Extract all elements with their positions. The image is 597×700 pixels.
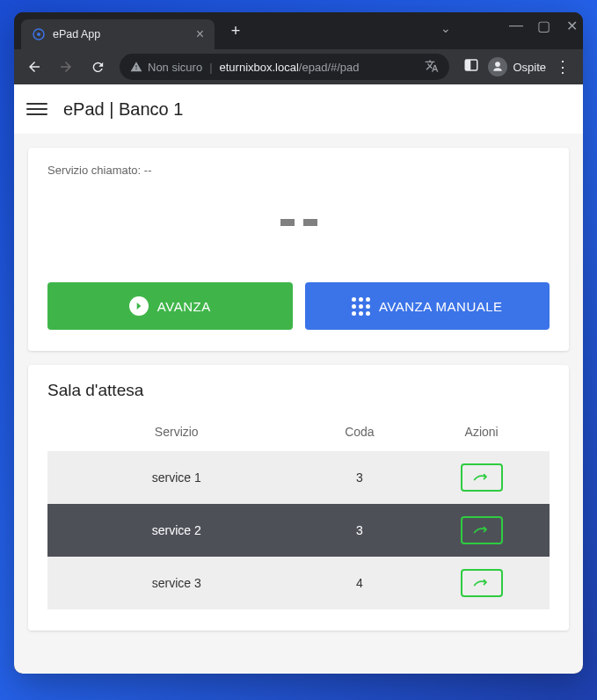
browser-window: ePad App × + ⌄ — ▢ ✕ Non sicuro | eturni… (14, 12, 583, 674)
svg-rect-3 (466, 60, 471, 70)
maximize-icon[interactable]: ▢ (537, 18, 550, 34)
guest-label: Ospite (513, 61, 546, 74)
cell-actions (420, 463, 542, 492)
waiting-room-card: Sala d'attesa Servizio Coda Azioni servi… (28, 365, 569, 631)
cell-queue: 3 (299, 470, 421, 485)
forward-row-button[interactable] (461, 516, 503, 544)
browser-toolbar: Non sicuro | eturnixbox.local/epad/#/pad… (14, 49, 583, 84)
cell-actions (420, 516, 542, 544)
profile-button[interactable]: Ospite (488, 57, 546, 77)
ticket-dash-2 (303, 219, 317, 226)
panel-icon[interactable] (463, 57, 479, 77)
service-called-value: -- (144, 164, 152, 177)
arrow-forward-icon (473, 577, 491, 589)
waiting-room-table: Servizio Coda Azioni service 13service 2… (47, 412, 550, 609)
reload-button[interactable] (84, 54, 111, 80)
not-secure-label: Non sicuro (148, 61, 202, 74)
window-controls: — ▢ ✕ (509, 18, 578, 34)
advance-button[interactable]: AVANZA (47, 282, 293, 330)
waiting-room-title: Sala d'attesa (47, 381, 550, 400)
forward-row-button[interactable] (461, 569, 503, 597)
arrow-right-circle-icon (129, 296, 149, 316)
cell-service: service 2 (55, 523, 299, 537)
arrow-forward-icon (473, 524, 491, 536)
not-secure-warning: Non sicuro (130, 61, 202, 74)
hamburger-menu-icon[interactable] (26, 98, 47, 120)
col-header-service: Servizio (55, 425, 299, 439)
app-content: ePad | Banco 1 Servizio chiamato: -- AVA… (14, 84, 583, 674)
forward-button[interactable] (53, 54, 79, 80)
cell-service: service 3 (55, 576, 299, 590)
table-row: service 13 (47, 451, 550, 504)
forward-row-button[interactable] (461, 463, 503, 492)
keypad-icon (352, 297, 370, 316)
url-host: eturnixbox.local (220, 61, 299, 74)
close-icon[interactable]: × (196, 26, 204, 42)
kebab-menu-icon[interactable]: ⋮ (555, 57, 571, 77)
arrow-forward-icon (473, 471, 491, 484)
table-row: service 23 (47, 504, 550, 557)
advance-label: AVANZA (157, 299, 211, 314)
translate-icon[interactable] (425, 59, 439, 76)
chevron-down-icon[interactable]: ⌄ (440, 21, 451, 35)
table-row: service 34 (47, 557, 550, 609)
back-button[interactable] (21, 54, 47, 80)
close-window-icon[interactable]: ✕ (565, 18, 578, 34)
warning-icon (130, 61, 142, 73)
svg-point-1 (37, 33, 40, 36)
avatar-icon (488, 57, 507, 77)
tab-favicon-icon (32, 27, 46, 41)
cell-queue: 4 (299, 576, 421, 590)
cell-actions (420, 569, 542, 597)
table-header: Servizio Coda Azioni (47, 412, 550, 451)
browser-tab[interactable]: ePad App × (21, 19, 215, 49)
main-card: Servizio chiamato: -- AVANZA (28, 148, 569, 351)
ticket-dash-1 (280, 219, 295, 226)
ticket-display (47, 180, 550, 265)
cell-queue: 3 (299, 523, 421, 537)
titlebar: ePad App × + ⌄ — ▢ ✕ (14, 12, 583, 49)
cell-service: service 1 (55, 470, 299, 485)
app-header: ePad | Banco 1 (14, 84, 583, 134)
address-bar[interactable]: Non sicuro | eturnixbox.local/epad/#/pad (120, 54, 449, 80)
advance-manual-label: AVANZA MANUALE (379, 299, 503, 314)
tab-title: ePad App (53, 28, 189, 40)
col-header-actions: Azioni (420, 425, 542, 439)
advance-manual-button[interactable]: AVANZA MANUALE (305, 282, 550, 330)
minimize-icon[interactable]: — (509, 18, 521, 34)
url-path: /epad/#/pad (299, 61, 360, 74)
service-called-label: Servizio chiamato: (47, 164, 141, 177)
page-title: ePad | Banco 1 (63, 99, 183, 120)
col-header-queue: Coda (299, 425, 421, 439)
service-called-line: Servizio chiamato: -- (47, 164, 550, 177)
new-tab-button[interactable]: + (223, 18, 248, 43)
